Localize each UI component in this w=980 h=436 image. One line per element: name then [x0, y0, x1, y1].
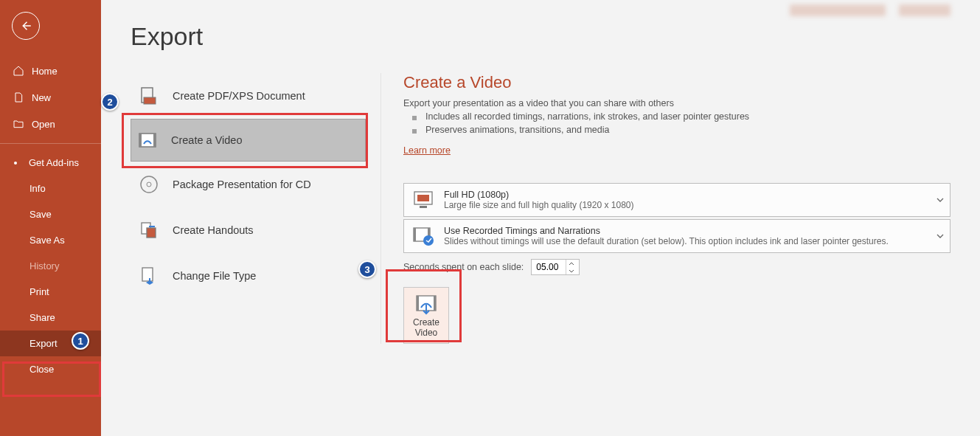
nav-save-label: Save [29, 209, 52, 220]
bullet-icon [412, 116, 417, 120]
nav-home-label: Home [32, 66, 58, 77]
svg-rect-19 [434, 296, 436, 311]
svg-point-5 [141, 176, 157, 193]
svg-rect-11 [417, 195, 429, 201]
new-doc-icon [13, 91, 24, 103]
nav-print-label: Print [29, 286, 49, 297]
nav-save[interactable]: Save [0, 201, 101, 227]
nav-share-label: Share [29, 312, 55, 323]
detail-bullet-1: Includes all recorded timings, narration… [403, 111, 951, 122]
seconds-label: Seconds spent on each slide: [403, 262, 524, 272]
changetype-icon [139, 266, 159, 286]
cd-icon [139, 174, 159, 195]
timings-sub: Slides without timings will use the defa… [444, 236, 942, 246]
nav-share[interactable]: Share [0, 305, 101, 331]
create-btn-l1: Create [413, 317, 439, 328]
export-option-changetype-label: Change File Type [173, 270, 256, 282]
nav-getaddins-label: Get Add-ins [29, 157, 79, 168]
handouts-icon [139, 220, 159, 241]
svg-rect-8 [147, 228, 156, 238]
quality-dropdown[interactable]: Full HD (1080p) Large file size and full… [403, 183, 951, 217]
export-option-handouts[interactable]: Create Handouts [131, 207, 366, 253]
seconds-spinner[interactable] [531, 259, 580, 275]
nav-history: History [0, 253, 101, 279]
nav-export[interactable]: Export [0, 331, 101, 356]
detail-panel: Create a Video Export your presentation … [381, 73, 951, 344]
nav-new[interactable]: New [0, 84, 101, 111]
home-icon [13, 65, 24, 77]
quality-title: Full HD (1080p) [444, 190, 942, 200]
chevron-down-icon [936, 198, 944, 202]
back-arrow-icon [19, 19, 32, 32]
create-btn-l2: Video [415, 328, 437, 338]
back-button[interactable] [12, 12, 40, 40]
nav-separator [0, 143, 101, 144]
main-panel: Export Create PDF/XPS Document Create a … [101, 0, 980, 436]
svg-rect-1 [144, 97, 156, 104]
nav-info[interactable]: Info [0, 176, 101, 201]
create-video-button[interactable]: CreateVideo [403, 287, 449, 344]
detail-bullet2-text: Preserves animations, transitions, and m… [425, 125, 609, 135]
pdf-icon [139, 86, 159, 106]
spinner-down[interactable] [566, 267, 577, 274]
export-option-pdf[interactable]: Create PDF/XPS Document [131, 73, 366, 119]
nav-open[interactable]: Open [0, 111, 101, 137]
video-icon [137, 130, 158, 150]
svg-point-6 [147, 182, 151, 187]
detail-bullet1-text: Includes all recorded timings, narration… [425, 111, 749, 122]
quality-sub: Large file size and full high quality (1… [444, 200, 942, 210]
chevron-down-icon [569, 269, 574, 273]
nav-close-label: Close [29, 364, 54, 375]
svg-rect-2 [139, 134, 156, 147]
svg-rect-9 [142, 268, 153, 281]
open-folder-icon [13, 118, 24, 130]
chevron-up-icon [569, 262, 574, 266]
nav-close[interactable]: Close [0, 356, 101, 382]
export-option-video[interactable]: Create a Video [131, 119, 366, 162]
export-option-pdf-label: Create PDF/XPS Document [173, 90, 305, 102]
bullet-icon [412, 129, 417, 134]
timings-dropdown[interactable]: Use Recorded Timings and Narrations Slid… [403, 219, 951, 253]
quality-monitor-icon [411, 188, 435, 212]
addins-dot-icon [14, 162, 17, 165]
nav-getaddins[interactable]: Get Add-ins [0, 150, 101, 176]
nav-export-label: Export [29, 338, 58, 349]
export-option-package-label: Package Presentation for CD [173, 179, 311, 190]
nav-info-label: Info [29, 183, 46, 194]
svg-rect-4 [153, 134, 156, 147]
svg-rect-3 [139, 134, 142, 147]
chevron-down-icon [936, 234, 944, 238]
export-option-video-label: Create a Video [171, 134, 242, 146]
detail-subtitle: Export your presentation as a video that… [403, 98, 951, 108]
svg-rect-14 [414, 228, 416, 241]
learn-more-link[interactable]: Learn more [403, 145, 451, 156]
spinner-up[interactable] [566, 260, 577, 267]
export-option-changetype[interactable]: Change File Type [131, 253, 366, 299]
backstage-sidebar: Home New Open Get Add-ins Info Save Save… [0, 0, 101, 436]
detail-bullet-2: Preserves animations, transitions, and m… [403, 125, 951, 135]
svg-rect-18 [417, 296, 419, 311]
export-option-package[interactable]: Package Presentation for CD [131, 162, 366, 207]
svg-point-16 [423, 235, 434, 246]
export-options-list: Create PDF/XPS Document Create a Video P… [131, 73, 381, 344]
export-option-handouts-label: Create Handouts [173, 224, 254, 236]
header-blurred-area [790, 4, 951, 16]
nav-new-label: New [32, 92, 51, 103]
svg-rect-12 [420, 206, 427, 208]
nav-print[interactable]: Print [0, 279, 101, 305]
page-title: Export [131, 22, 951, 51]
timings-title: Use Recorded Timings and Narrations [444, 226, 942, 236]
nav-saveas[interactable]: Save As [0, 227, 101, 253]
detail-title: Create a Video [403, 73, 951, 92]
seconds-input[interactable] [532, 260, 566, 274]
nav-open-label: Open [32, 119, 55, 130]
nav-home[interactable]: Home [0, 58, 101, 84]
nav-history-label: History [29, 260, 59, 271]
timings-icon [411, 224, 435, 248]
create-video-icon [414, 294, 439, 316]
nav-saveas-label: Save As [29, 235, 65, 246]
